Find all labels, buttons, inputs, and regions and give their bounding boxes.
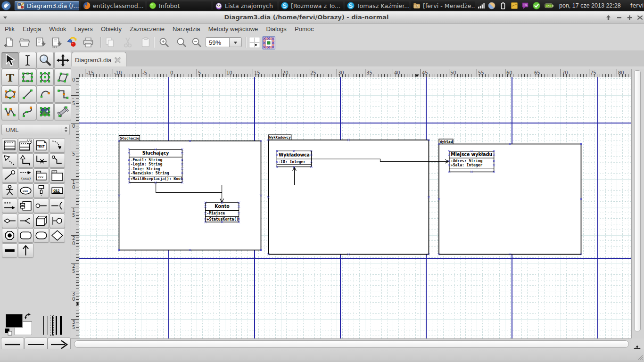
sheet-selector-spinner-icon[interactable]	[63, 125, 69, 133]
shape-uml-implements[interactable]	[50, 153, 65, 168]
menu-pomoc[interactable]: Pomoc	[290, 25, 318, 33]
tool-polygon[interactable]	[54, 69, 72, 86]
shape-uml-state-term[interactable]	[2, 228, 17, 243]
shape-uml-constraint[interactable]: {xxx}	[18, 168, 33, 183]
shape-uml-actor[interactable]	[2, 183, 17, 198]
print-button[interactable]	[82, 36, 94, 49]
horizontal-scrollbar-thumb[interactable]	[74, 340, 629, 348]
tool-outline[interactable]	[54, 103, 72, 120]
shape-uml-node[interactable]	[33, 214, 49, 228]
window-titlebar[interactable]: Diagram3.dia (/home/fervi/Obrazy) - dia-…	[0, 11, 644, 24]
tool-textedit[interactable]	[19, 52, 36, 69]
uml-class-miejsce-wyk-adu[interactable]: Miejsce wykładu+Adres: String+Sala: Inte…	[448, 150, 495, 173]
shape-uml-branch-lines[interactable]	[18, 214, 33, 228]
maximize-button[interactable]	[626, 14, 634, 21]
chat-bubble-icon[interactable]	[520, 2, 530, 9]
menu-widok[interactable]: Widok	[45, 25, 70, 33]
tool-image[interactable]	[36, 103, 54, 120]
tool-zigzagline[interactable]	[54, 86, 72, 103]
zoom-in-button[interactable]	[158, 36, 170, 49]
line-width-4[interactable]	[55, 315, 58, 336]
shape-uml-class[interactable]	[2, 138, 17, 153]
zoom-dropdown-button[interactable]	[229, 37, 242, 47]
foreground-color-swatch[interactable]	[6, 314, 23, 328]
sheet-selector[interactable]: UML	[1, 124, 70, 135]
taskbar-item-7[interactable]: [fervi - Menedże...	[411, 1, 475, 10]
uml-class-wyk-adowca[interactable]: Wykładowca-ID: Integer	[276, 150, 313, 168]
menu-layers[interactable]: Layers	[70, 25, 97, 33]
taskbar-item-5[interactable]: [Rozmowa z To...	[279, 1, 343, 10]
menu-dialogs[interactable]: Dialogs	[262, 25, 291, 33]
shape-uml-dependency[interactable]	[50, 138, 65, 153]
battery-charging-icon[interactable]	[543, 2, 555, 9]
tool-text[interactable]: T	[1, 69, 19, 86]
export-button[interactable]	[66, 36, 78, 49]
shape-uml-forkjoin[interactable]	[2, 243, 17, 258]
zoom-fit-button[interactable]	[175, 36, 188, 49]
taskbar-item-2[interactable]: entityclassmod...	[81, 1, 145, 10]
shape-uml-aggregation[interactable]	[2, 214, 17, 228]
shape-uml-transmit[interactable]	[50, 214, 65, 228]
shape-uml-realizes[interactable]	[18, 153, 33, 168]
copy-button[interactable]	[104, 36, 116, 49]
shape-uml-required-if[interactable]	[50, 198, 65, 213]
save-as-button[interactable]	[50, 36, 63, 49]
uml-class-konto[interactable]: Konto-Miejsce+StatusKonta()	[204, 202, 239, 223]
close-button[interactable]	[636, 14, 644, 21]
default-colors-icon[interactable]	[5, 328, 12, 336]
save-button[interactable]	[34, 36, 47, 49]
grid-visible-button[interactable]	[248, 36, 261, 49]
tool-scroll[interactable]	[54, 52, 72, 69]
shape-uml-generalization[interactable]	[2, 153, 17, 168]
tool-magnify[interactable]	[36, 52, 54, 69]
taskbar-item-4[interactable]: Lista znajomych	[213, 1, 277, 10]
snap-objects-button[interactable]	[262, 36, 275, 49]
notes-icon[interactable]	[510, 2, 519, 9]
shape-uml-lifeline[interactable]	[33, 183, 49, 198]
shape-uml-activity[interactable]	[33, 228, 49, 243]
tool-box[interactable]	[19, 69, 36, 86]
line-width-3[interactable]	[50, 315, 54, 336]
swap-colors-icon[interactable]	[24, 313, 32, 320]
line-width-selector[interactable]	[41, 315, 65, 337]
shape-uml-note[interactable]: TEXT	[33, 138, 49, 153]
vertical-scrollbar-thumb[interactable]	[634, 70, 641, 331]
new-button[interactable]	[3, 36, 15, 49]
shape-uml-message[interactable]	[2, 198, 17, 213]
paste-button[interactable]	[140, 36, 152, 49]
tool-modify[interactable]	[1, 52, 19, 69]
line-width-1[interactable]	[41, 315, 45, 336]
shape-uml-association[interactable]	[33, 153, 49, 168]
tool-line[interactable]	[19, 86, 36, 103]
shape-uml-decision[interactable]	[50, 228, 65, 243]
minimize-button[interactable]	[615, 14, 623, 21]
shape-uml-state[interactable]	[18, 228, 33, 243]
menu-zaznaczenie[interactable]: Zaznaczenie	[126, 25, 169, 33]
disk-usage-icon[interactable]	[488, 2, 495, 9]
shape-uml-template-class[interactable]	[18, 138, 33, 153]
shape-uml-provided-if[interactable]	[33, 198, 49, 213]
network-signal-icon[interactable]	[478, 2, 485, 9]
tool-arc[interactable]	[36, 86, 54, 103]
open-button[interactable]	[18, 36, 31, 49]
shape-uml-lollipop[interactable]	[2, 168, 17, 183]
skype-status-icon[interactable]	[531, 2, 542, 9]
tool-polyline[interactable]	[1, 103, 19, 120]
shape-uml-usecase[interactable]: uuu	[18, 183, 33, 198]
shape-uml-package-small[interactable]: xxx	[33, 168, 49, 183]
menu-plik[interactable]: Plik	[5, 25, 19, 33]
shade-button[interactable]	[604, 14, 612, 21]
shape-uml-object[interactable]: OBJ	[50, 183, 65, 198]
menu-metody-wej-ciowe[interactable]: Metody wejściowe	[204, 25, 262, 33]
line-width-2[interactable]	[46, 315, 50, 336]
tool-bezierline[interactable]	[19, 103, 36, 120]
tool-beziergon[interactable]	[1, 86, 19, 103]
shape-uml-component[interactable]	[18, 198, 33, 213]
zoom-input[interactable]: 59%	[206, 37, 229, 47]
shape-uml-flow[interactable]	[18, 243, 33, 258]
battery-empty-icon[interactable]	[499, 2, 507, 9]
panel-user-menu[interactable]: fervi	[630, 0, 644, 11]
uml-class-s-uchaj-cy[interactable]: Słuchający-Email: String-Login: String-I…	[128, 148, 183, 184]
cut-button[interactable]	[122, 36, 134, 49]
resize-grip-icon[interactable]	[637, 354, 644, 361]
